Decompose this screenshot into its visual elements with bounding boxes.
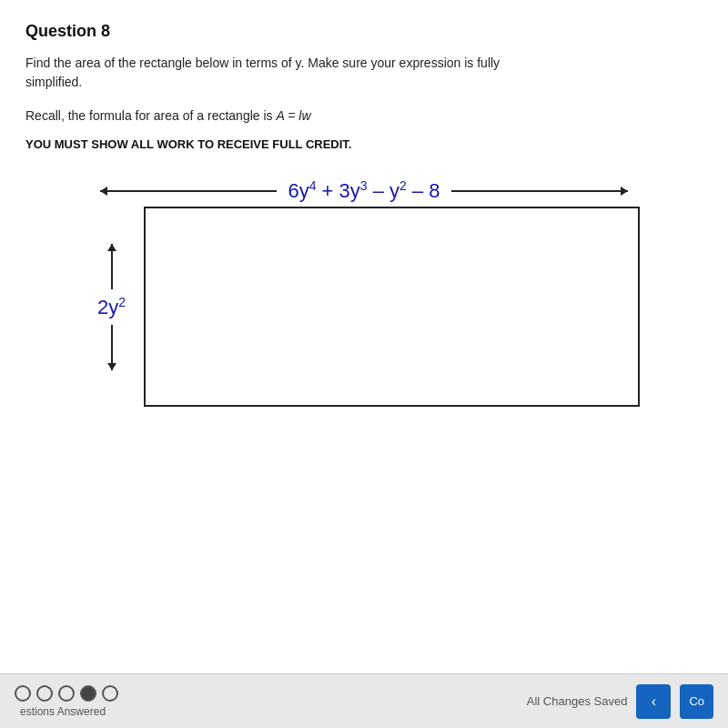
formula-label: Recall, the formula for area of a rectan… <box>25 108 276 123</box>
bottom-right: All Changes Saved ‹ Co <box>527 684 713 719</box>
body-line2: simplified. <box>25 75 82 89</box>
continue-button[interactable]: Co <box>680 684 713 719</box>
warning-line: YOU MUST SHOW ALL WORK TO RECEIVE FULL C… <box>25 137 703 151</box>
back-button[interactable]: ‹ <box>636 684 671 719</box>
height-label: 2y2 <box>97 289 126 325</box>
question-title: Question 8 <box>25 22 703 41</box>
dot-4 <box>80 685 96 702</box>
width-label: 6y4 + 3y3 – y2 – 8 <box>277 178 450 203</box>
height-arrow-top <box>111 244 113 289</box>
rectangle-box <box>144 207 640 407</box>
width-arrow-left <box>100 190 277 192</box>
height-arrow-bottom <box>111 325 113 370</box>
dot-1 <box>15 685 31 702</box>
dot-2 <box>36 685 53 702</box>
main-content: Question 8 Find the area of the rectangl… <box>0 0 728 673</box>
progress-dots <box>15 685 118 702</box>
dot-3 <box>58 685 75 702</box>
formula-value: A = lw <box>276 108 310 123</box>
formula-line: Recall, the formula for area of a rectan… <box>25 108 703 123</box>
height-label-col: 2y2 <box>89 244 135 370</box>
bottom-left-area: estions Answered <box>15 685 118 718</box>
questions-answered: estions Answered <box>20 705 118 718</box>
all-changes-saved: All Changes Saved <box>527 694 628 708</box>
question-body: Find the area of the rectangle below in … <box>25 54 703 92</box>
rect-row: 2y2 <box>89 207 640 407</box>
width-arrow-right <box>451 190 628 192</box>
width-label-row: 6y4 + 3y3 – y2 – 8 <box>100 178 628 203</box>
diagram-area: 6y4 + 3y3 – y2 – 8 2y2 <box>25 178 703 407</box>
dot-5 <box>102 685 118 702</box>
bottom-bar: estions Answered All Changes Saved ‹ Co <box>0 673 728 728</box>
body-line1: Find the area of the rectangle below in … <box>25 56 500 70</box>
